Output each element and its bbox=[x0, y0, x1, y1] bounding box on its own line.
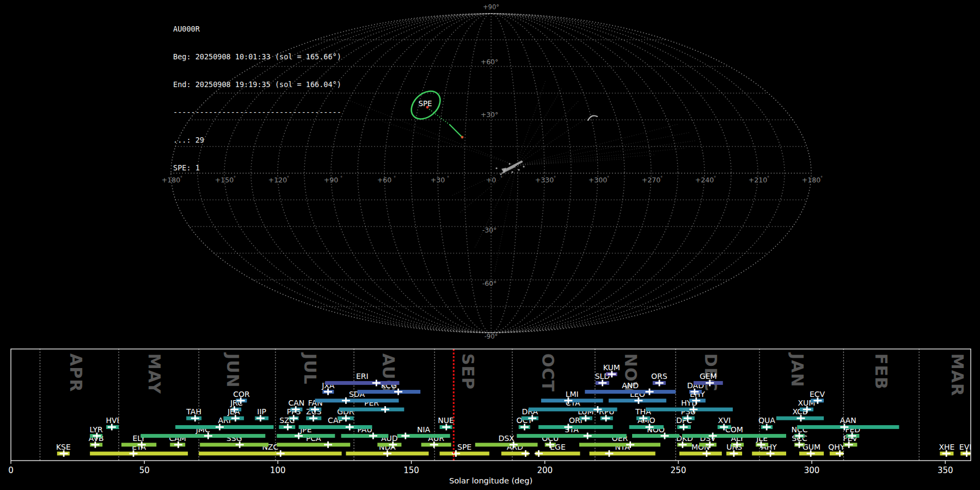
bar-HYD bbox=[646, 408, 733, 412]
separator-dashes: -------------------------------------- bbox=[173, 108, 341, 117]
bar-AND bbox=[585, 390, 676, 394]
lon-label: +330 bbox=[535, 176, 554, 184]
month-label: FEB bbox=[872, 353, 891, 390]
month-label: APR bbox=[66, 353, 85, 392]
month-label: JUN bbox=[223, 352, 242, 388]
label-CAN: CAN bbox=[289, 399, 305, 407]
spe-trail bbox=[450, 125, 462, 137]
degree-mark: ° bbox=[767, 176, 769, 181]
spe-label: SPE bbox=[418, 99, 432, 108]
month-label: JAN bbox=[788, 352, 807, 388]
bar-COM bbox=[682, 434, 786, 438]
tick-label: 150 bbox=[403, 465, 419, 475]
bar-CTA bbox=[529, 408, 617, 412]
month-label: OCT bbox=[538, 353, 558, 392]
meteor-trace bbox=[348, 100, 516, 166]
degree-mark: ° bbox=[447, 176, 449, 181]
bar-CAP bbox=[299, 425, 372, 429]
observation-summary: AU000R Beg: 20250908 10:01:33 (sol = 165… bbox=[173, 6, 341, 182]
lon-label: +210 bbox=[749, 176, 767, 184]
bar-PER bbox=[339, 408, 405, 412]
month-label: SEP bbox=[458, 353, 477, 390]
month-label: MAY bbox=[145, 353, 164, 394]
label-QHY: QHY bbox=[828, 443, 845, 451]
bar-PCA bbox=[277, 443, 350, 446]
lon-label: +270 bbox=[642, 176, 660, 184]
bar-JPE bbox=[277, 434, 335, 438]
bar-SPE bbox=[440, 452, 489, 456]
label-KUM: KUM bbox=[603, 363, 620, 372]
bar-SSG bbox=[200, 443, 268, 446]
bar-KCG bbox=[357, 390, 420, 394]
meteor-trace bbox=[516, 148, 685, 166]
label-EVI: EVI bbox=[959, 443, 972, 451]
meteor-trace bbox=[516, 124, 678, 166]
label-AAN: AAN bbox=[840, 416, 856, 425]
lon-label: +30 bbox=[431, 176, 445, 184]
meteor-trace bbox=[516, 132, 690, 166]
spe-count: SPE: 1 bbox=[173, 163, 341, 173]
bar-OER bbox=[579, 443, 660, 446]
lat-label: +30° bbox=[481, 111, 499, 119]
degree-mark: ° bbox=[607, 176, 609, 181]
unassociated-count: ...: 29 bbox=[173, 136, 341, 145]
spe-trail-dotted bbox=[430, 109, 450, 125]
label-XHE: XHE bbox=[939, 443, 954, 451]
bar-DSX bbox=[475, 443, 538, 446]
meteor-trace bbox=[516, 140, 697, 166]
lon-label: +300 bbox=[589, 176, 607, 184]
tick-label: 100 bbox=[270, 465, 286, 475]
radiant-dot bbox=[509, 163, 510, 164]
meteor-trace bbox=[460, 166, 516, 212]
bar-JMC bbox=[140, 434, 265, 438]
label-QUA: QUA bbox=[758, 416, 775, 425]
lon-label: +0 bbox=[486, 176, 496, 184]
radiant-sky-map: +180°+150°+120°+90°+60°+30°+0°+330°+300°… bbox=[0, 0, 980, 343]
bar-MON bbox=[679, 452, 722, 456]
bar-NOO bbox=[632, 434, 679, 438]
degree-mark: ° bbox=[820, 176, 823, 181]
end-time: End: 20250908 19:19:35 (sol = 166.04°) bbox=[173, 80, 341, 89]
x-axis-label: Solar longitude (deg) bbox=[449, 476, 532, 485]
pole-label-north: +90° bbox=[483, 3, 499, 11]
meteor-trace bbox=[516, 155, 656, 166]
degree-mark: ° bbox=[660, 176, 663, 181]
label-NUE: NUE bbox=[438, 416, 454, 425]
label-NIA: NIA bbox=[417, 425, 431, 434]
lon-label: +60 bbox=[377, 176, 391, 184]
pole-label-south: -90° bbox=[485, 333, 498, 340]
degree-mark: ° bbox=[500, 176, 503, 181]
lat-label: -30° bbox=[482, 226, 497, 234]
label-IIP: IIP bbox=[257, 407, 266, 416]
lon-label: +180 bbox=[802, 176, 820, 184]
tick-label: 300 bbox=[804, 465, 820, 475]
shower-activity-timeline: APRMAYJUNJULAUGSEPOCTNOVDECJANFEBMARKSEE… bbox=[0, 343, 980, 490]
label-LYR: LYR bbox=[90, 425, 103, 434]
degree-mark: ° bbox=[554, 176, 556, 181]
label-ECV: ECV bbox=[810, 390, 825, 399]
meteor-trace bbox=[516, 88, 562, 166]
label-XVI: XVI bbox=[718, 416, 731, 425]
label-ERI: ERI bbox=[356, 372, 369, 381]
radiant-dot bbox=[523, 166, 524, 167]
bar-SDA bbox=[315, 399, 399, 402]
month-label: JUL bbox=[301, 352, 320, 385]
tick-label: 350 bbox=[938, 465, 953, 475]
bar-ORI bbox=[538, 425, 613, 429]
bar-STA bbox=[517, 434, 627, 438]
radiant-dot bbox=[495, 167, 497, 169]
begin-time: Beg: 20250908 10:01:33 (sol = 165.66°) bbox=[173, 52, 341, 62]
label-ORS: ORS bbox=[651, 372, 667, 381]
tick-label: 50 bbox=[139, 465, 150, 475]
label-DSX: DSX bbox=[498, 434, 514, 443]
label-SPE: SPE bbox=[457, 443, 471, 451]
label-GEM: GEM bbox=[700, 372, 717, 381]
label-COR: COR bbox=[233, 390, 250, 399]
bar-PAU bbox=[341, 434, 389, 438]
degree-mark: ° bbox=[714, 176, 716, 181]
bar-ERI bbox=[325, 381, 399, 385]
meteor-trace bbox=[516, 113, 595, 166]
bar-NTA bbox=[590, 452, 656, 456]
tick-label: 200 bbox=[537, 465, 553, 475]
lon-label: +240 bbox=[695, 176, 714, 184]
